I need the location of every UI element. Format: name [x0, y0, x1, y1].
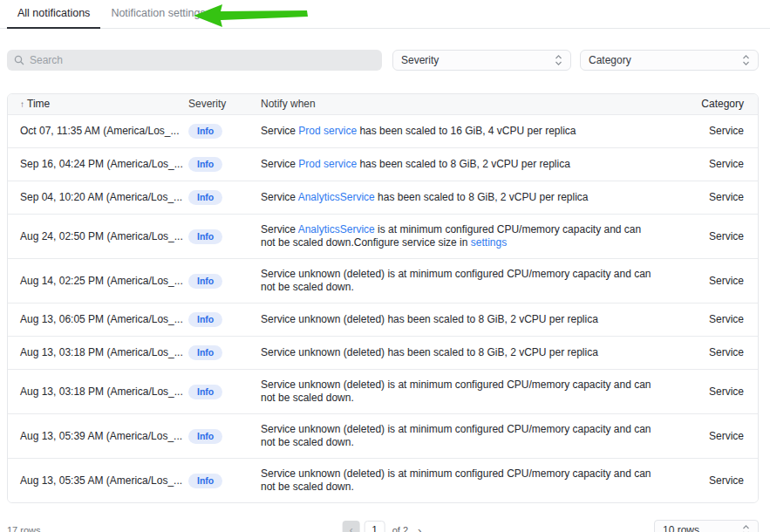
message-text: Service: [261, 191, 298, 203]
next-page-button[interactable]: ›: [416, 524, 423, 532]
message-text: Service unknown (deleted) is at minimum …: [261, 268, 651, 293]
page-of-label: of 2: [392, 525, 408, 532]
table-row[interactable]: Sep 16, 04:24 PM (America/Los_... Info S…: [8, 148, 758, 181]
message-link[interactable]: AnalyticsService: [298, 191, 375, 203]
row-severity: Info: [188, 304, 261, 336]
row-notify-when: Service unknown (deleted) is at minimum …: [261, 259, 653, 303]
row-severity: Info: [188, 420, 261, 453]
row-notify-when: Service AnalyticsService has been scaled…: [261, 182, 653, 213]
sort-ascending-icon: ↑: [20, 99, 24, 109]
table-row[interactable]: Sep 04, 10:20 AM (America/Los_... Info S…: [8, 181, 758, 215]
search-input[interactable]: [30, 54, 375, 66]
table-row[interactable]: Aug 13, 03:18 PM (America/Los_... Info S…: [8, 370, 758, 414]
message-text: Service: [261, 158, 298, 170]
message-link[interactable]: Prod service: [298, 158, 357, 170]
row-category: Service: [674, 338, 758, 368]
table-row[interactable]: Aug 13, 03:18 PM (America/Los_... Info S…: [8, 337, 758, 370]
table-row[interactable]: Aug 13, 06:05 PM (America/Los_... Info S…: [8, 304, 758, 337]
row-category: Service: [674, 266, 758, 297]
severity-badge: Info: [188, 474, 222, 488]
row-time: Aug 13, 03:18 PM (America/Los_...: [8, 377, 188, 407]
page-number-input[interactable]: [365, 521, 385, 532]
row-time: Aug 13, 06:05 PM (America/Los_...: [8, 304, 188, 335]
filter-row: Severity Category: [7, 50, 759, 71]
message-text: has been scaled to 8 GiB, 2 vCPU per rep…: [357, 158, 570, 170]
page-size-select[interactable]: 10 rows: [654, 520, 759, 532]
row-severity: Info: [188, 115, 261, 147]
message-text: has been scaled to 8 GiB, 2 vCPU per rep…: [375, 191, 589, 203]
severity-badge: Info: [188, 385, 222, 399]
row-category: Service: [674, 222, 758, 252]
pagination: ‹ of 2 ›: [343, 521, 424, 532]
page-size-value: 10 rows: [663, 524, 699, 532]
green-annotation-arrow-icon: [194, 3, 308, 28]
search-icon: [14, 55, 24, 65]
row-notify-when: Service unknown (deleted) is at minimum …: [261, 459, 653, 502]
row-time: Aug 13, 05:35 AM (America/Los_...: [8, 466, 188, 496]
row-time: Oct 07, 11:35 AM (America/Los_...: [8, 116, 188, 147]
category-select[interactable]: Category: [580, 50, 759, 71]
severity-badge: Info: [188, 190, 222, 205]
chevron-updown-icon: [555, 54, 562, 66]
severity-badge: Info: [188, 157, 222, 172]
column-header-severity[interactable]: Severity: [188, 98, 261, 111]
row-time: Sep 16, 04:24 PM (America/Los_...: [8, 149, 188, 180]
table-row[interactable]: Aug 13, 05:35 AM (America/Los_... Info S…: [8, 459, 758, 502]
table-row[interactable]: Oct 07, 11:35 AM (America/Los_... Info S…: [8, 115, 758, 148]
row-category: Service: [674, 377, 758, 407]
previous-page-button[interactable]: ‹: [343, 521, 360, 532]
severity-badge: Info: [188, 229, 222, 244]
table-body: Oct 07, 11:35 AM (America/Los_... Info S…: [8, 115, 758, 502]
message-link[interactable]: AnalyticsService: [298, 223, 375, 235]
row-time: Aug 13, 03:18 PM (America/Los_...: [8, 338, 188, 368]
row-severity: Info: [188, 465, 261, 497]
message-link[interactable]: Prod service: [298, 125, 357, 137]
column-header-notify-when[interactable]: Notify when: [261, 98, 674, 111]
row-time: Aug 24, 02:50 PM (America/Los_...: [8, 222, 188, 252]
row-severity: Info: [188, 265, 261, 297]
message-link[interactable]: settings: [471, 236, 507, 249]
row-severity: Info: [188, 221, 261, 253]
severity-badge: Info: [188, 345, 222, 360]
table-row[interactable]: Aug 24, 02:50 PM (America/Los_... Info S…: [8, 215, 758, 259]
notifications-table: ↑Time Severity Notify when Category Oct …: [7, 93, 759, 503]
message-text: Service unknown (deleted) is at minimum …: [261, 467, 651, 493]
table-row[interactable]: Aug 14, 02:25 PM (America/Los_... Info S…: [8, 259, 758, 304]
message-text: Service unknown (deleted) is at minimum …: [261, 379, 651, 404]
severity-badge: Info: [188, 274, 222, 289]
severity-badge: Info: [188, 429, 222, 444]
row-category: Service: [674, 116, 758, 147]
severity-badge: Info: [188, 312, 222, 327]
message-text: Service: [261, 223, 298, 235]
row-notify-when: Service unknown (deleted) is at minimum …: [261, 414, 653, 458]
column-header-time[interactable]: ↑Time: [8, 98, 188, 111]
row-count-label: 17 rows: [7, 525, 41, 532]
message-text: Service: [261, 125, 298, 137]
column-header-category[interactable]: Category: [674, 98, 758, 111]
row-category: Service: [674, 466, 758, 496]
row-notify-when: Service unknown (deleted) has been scale…: [261, 338, 653, 368]
severity-badge: Info: [188, 124, 222, 139]
severity-select[interactable]: Severity: [392, 50, 571, 71]
row-category: Service: [674, 149, 758, 180]
row-notify-when: Service Prod service has been scaled to …: [261, 116, 653, 147]
row-severity: Info: [188, 148, 261, 181]
row-category: Service: [674, 182, 758, 213]
message-text: Service unknown (deleted) has been scale…: [261, 313, 598, 325]
row-category: Service: [674, 304, 758, 335]
row-time: Aug 13, 05:39 AM (America/Los_...: [8, 421, 188, 452]
message-text: Service unknown (deleted) has been scale…: [261, 346, 598, 358]
row-notify-when: Service unknown (deleted) has been scale…: [261, 304, 653, 335]
row-severity: Info: [188, 376, 261, 408]
search-input-wrapper[interactable]: [7, 50, 382, 71]
row-severity: Info: [188, 181, 261, 214]
category-select-value: Category: [589, 54, 631, 66]
message-text: has been scaled to 16 GiB, 4 vCPU per re…: [357, 125, 576, 137]
row-time: Aug 14, 02:25 PM (America/Los_...: [8, 266, 188, 297]
chevron-updown-icon: [742, 524, 750, 532]
tab-all-notifications[interactable]: All notifications: [7, 0, 100, 28]
row-category: Service: [674, 421, 758, 452]
table-row[interactable]: Aug 13, 05:39 AM (America/Los_... Info S…: [8, 414, 758, 459]
row-time: Sep 04, 10:20 AM (America/Los_...: [8, 182, 188, 213]
row-notify-when: Service unknown (deleted) is at minimum …: [261, 370, 653, 413]
